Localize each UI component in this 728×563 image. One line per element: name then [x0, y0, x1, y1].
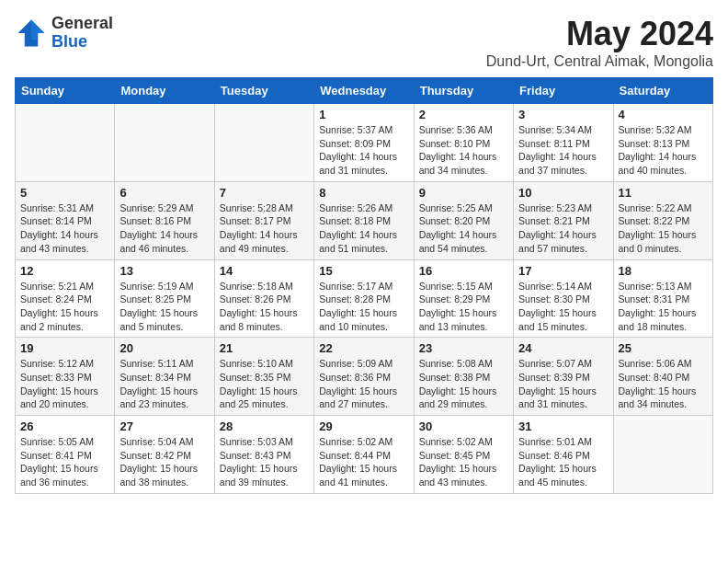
calendar-week-5: 26Sunrise: 5:05 AM Sunset: 8:41 PM Dayli…	[16, 416, 713, 494]
day-number: 16	[419, 264, 508, 278]
calendar-cell: 19Sunrise: 5:12 AM Sunset: 8:33 PM Dayli…	[16, 338, 115, 416]
day-number: 21	[220, 341, 309, 355]
calendar-cell	[16, 104, 115, 182]
day-info: Sunrise: 5:19 AM Sunset: 8:25 PM Dayligh…	[119, 280, 209, 334]
calendar-cell: 10Sunrise: 5:23 AM Sunset: 8:21 PM Dayli…	[514, 181, 613, 259]
day-number: 24	[518, 341, 608, 355]
day-number: 8	[319, 186, 408, 200]
day-info: Sunrise: 5:18 AM Sunset: 8:26 PM Dayligh…	[220, 280, 309, 334]
day-info: Sunrise: 5:06 AM Sunset: 8:40 PM Dayligh…	[619, 357, 708, 411]
calendar-week-4: 19Sunrise: 5:12 AM Sunset: 8:33 PM Dayli…	[16, 338, 713, 416]
calendar-week-2: 5Sunrise: 5:31 AM Sunset: 8:14 PM Daylig…	[16, 181, 713, 259]
calendar-cell: 14Sunrise: 5:18 AM Sunset: 8:26 PM Dayli…	[214, 259, 313, 338]
svg-marker-1	[31, 19, 44, 40]
day-info: Sunrise: 5:26 AM Sunset: 8:18 PM Dayligh…	[319, 201, 408, 256]
calendar-table: SundayMondayTuesdayWednesdayThursdayFrid…	[15, 77, 713, 494]
weekday-header-friday: Friday	[514, 78, 613, 104]
day-info: Sunrise: 5:23 AM Sunset: 8:21 PM Dayligh…	[518, 201, 608, 256]
day-number: 7	[220, 186, 309, 200]
weekday-header-tuesday: Tuesday	[214, 78, 313, 104]
day-info: Sunrise: 5:11 AM Sunset: 8:34 PM Dayligh…	[119, 357, 209, 411]
calendar-cell: 2Sunrise: 5:36 AM Sunset: 8:10 PM Daylig…	[414, 104, 513, 182]
calendar-cell: 25Sunrise: 5:06 AM Sunset: 8:40 PM Dayli…	[613, 338, 712, 416]
day-info: Sunrise: 5:14 AM Sunset: 8:30 PM Dayligh…	[518, 280, 608, 334]
day-number: 30	[419, 419, 508, 433]
day-info: Sunrise: 5:03 AM Sunset: 8:43 PM Dayligh…	[220, 435, 309, 489]
day-info: Sunrise: 5:07 AM Sunset: 8:39 PM Dayligh…	[518, 357, 608, 411]
day-info: Sunrise: 5:04 AM Sunset: 8:42 PM Dayligh…	[119, 435, 209, 489]
logo-blue: Blue	[51, 33, 113, 52]
day-info: Sunrise: 5:31 AM Sunset: 8:14 PM Dayligh…	[20, 201, 109, 256]
weekday-header-saturday: Saturday	[613, 78, 712, 104]
day-info: Sunrise: 5:34 AM Sunset: 8:11 PM Dayligh…	[518, 123, 608, 178]
day-info: Sunrise: 5:32 AM Sunset: 8:13 PM Dayligh…	[619, 123, 708, 178]
day-info: Sunrise: 5:36 AM Sunset: 8:10 PM Dayligh…	[419, 123, 508, 178]
day-info: Sunrise: 5:22 AM Sunset: 8:22 PM Dayligh…	[619, 201, 708, 256]
main-title: May 2024	[486, 15, 713, 53]
day-number: 5	[20, 186, 109, 200]
day-number: 20	[119, 341, 209, 355]
calendar-cell: 30Sunrise: 5:02 AM Sunset: 8:45 PM Dayli…	[414, 416, 513, 494]
day-info: Sunrise: 5:09 AM Sunset: 8:36 PM Dayligh…	[319, 357, 408, 411]
calendar-cell: 4Sunrise: 5:32 AM Sunset: 8:13 PM Daylig…	[613, 104, 712, 182]
day-info: Sunrise: 5:25 AM Sunset: 8:20 PM Dayligh…	[419, 201, 508, 256]
day-info: Sunrise: 5:10 AM Sunset: 8:35 PM Dayligh…	[220, 357, 309, 411]
day-number: 23	[419, 341, 508, 355]
calendar-cell: 29Sunrise: 5:02 AM Sunset: 8:44 PM Dayli…	[314, 416, 414, 494]
calendar-cell: 16Sunrise: 5:15 AM Sunset: 8:29 PM Dayli…	[414, 259, 513, 338]
day-number: 11	[619, 186, 708, 200]
day-info: Sunrise: 5:08 AM Sunset: 8:38 PM Dayligh…	[419, 357, 508, 411]
day-info: Sunrise: 5:15 AM Sunset: 8:29 PM Dayligh…	[419, 280, 508, 334]
header: General Blue May 2024 Dund-Urt, Central …	[15, 15, 713, 70]
day-number: 27	[119, 419, 209, 433]
calendar-cell: 6Sunrise: 5:29 AM Sunset: 8:16 PM Daylig…	[115, 181, 214, 259]
day-info: Sunrise: 5:12 AM Sunset: 8:33 PM Dayligh…	[20, 357, 109, 411]
weekday-header-sunday: Sunday	[16, 78, 115, 104]
day-number: 22	[319, 341, 408, 355]
day-number: 4	[619, 108, 708, 121]
calendar-cell: 13Sunrise: 5:19 AM Sunset: 8:25 PM Dayli…	[115, 259, 214, 338]
day-info: Sunrise: 5:28 AM Sunset: 8:17 PM Dayligh…	[220, 201, 309, 256]
day-number: 18	[619, 264, 708, 278]
calendar-cell: 22Sunrise: 5:09 AM Sunset: 8:36 PM Dayli…	[314, 338, 414, 416]
calendar-cell: 20Sunrise: 5:11 AM Sunset: 8:34 PM Dayli…	[115, 338, 214, 416]
day-number: 3	[518, 108, 608, 121]
day-number: 28	[220, 419, 309, 433]
day-info: Sunrise: 5:05 AM Sunset: 8:41 PM Dayligh…	[20, 435, 109, 489]
calendar-cell: 28Sunrise: 5:03 AM Sunset: 8:43 PM Dayli…	[214, 416, 313, 494]
day-number: 31	[518, 419, 608, 433]
day-number: 9	[419, 186, 508, 200]
logo-text: General Blue	[51, 15, 113, 52]
subtitle: Dund-Urt, Central Aimak, Mongolia	[486, 53, 713, 70]
logo: General Blue	[15, 15, 113, 52]
day-number: 25	[619, 341, 708, 355]
calendar-cell	[613, 416, 712, 494]
day-info: Sunrise: 5:37 AM Sunset: 8:09 PM Dayligh…	[319, 123, 408, 178]
calendar-cell: 21Sunrise: 5:10 AM Sunset: 8:35 PM Dayli…	[214, 338, 313, 416]
logo-general: General	[51, 15, 113, 33]
day-number: 1	[319, 108, 408, 121]
day-number: 26	[20, 419, 109, 433]
day-info: Sunrise: 5:02 AM Sunset: 8:45 PM Dayligh…	[419, 435, 508, 489]
calendar-cell	[214, 104, 313, 182]
calendar-cell: 23Sunrise: 5:08 AM Sunset: 8:38 PM Dayli…	[414, 338, 513, 416]
weekday-header-row: SundayMondayTuesdayWednesdayThursdayFrid…	[16, 78, 713, 104]
calendar-cell: 8Sunrise: 5:26 AM Sunset: 8:18 PM Daylig…	[314, 181, 414, 259]
calendar-week-3: 12Sunrise: 5:21 AM Sunset: 8:24 PM Dayli…	[16, 259, 713, 338]
calendar-cell: 7Sunrise: 5:28 AM Sunset: 8:17 PM Daylig…	[214, 181, 313, 259]
weekday-header-monday: Monday	[115, 78, 214, 104]
calendar-cell: 3Sunrise: 5:34 AM Sunset: 8:11 PM Daylig…	[514, 104, 613, 182]
calendar-cell: 18Sunrise: 5:13 AM Sunset: 8:31 PM Dayli…	[613, 259, 712, 338]
day-number: 15	[319, 264, 408, 278]
calendar-cell: 17Sunrise: 5:14 AM Sunset: 8:30 PM Dayli…	[514, 259, 613, 338]
day-info: Sunrise: 5:21 AM Sunset: 8:24 PM Dayligh…	[20, 280, 109, 334]
day-number: 17	[518, 264, 608, 278]
day-info: Sunrise: 5:13 AM Sunset: 8:31 PM Dayligh…	[619, 280, 708, 334]
day-number: 12	[20, 264, 109, 278]
calendar-cell: 15Sunrise: 5:17 AM Sunset: 8:28 PM Dayli…	[314, 259, 414, 338]
day-number: 6	[119, 186, 209, 200]
day-info: Sunrise: 5:29 AM Sunset: 8:16 PM Dayligh…	[119, 201, 209, 256]
day-number: 2	[419, 108, 508, 121]
calendar-cell: 9Sunrise: 5:25 AM Sunset: 8:20 PM Daylig…	[414, 181, 513, 259]
calendar-cell: 31Sunrise: 5:01 AM Sunset: 8:46 PM Dayli…	[514, 416, 613, 494]
